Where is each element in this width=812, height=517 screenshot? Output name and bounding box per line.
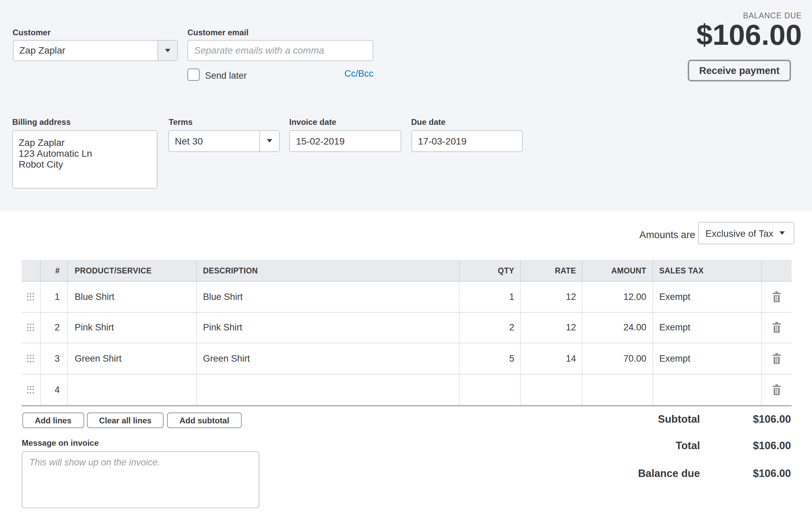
customer-dropdown-button[interactable] [157, 40, 177, 60]
header-product: PRODUCT/SERVICE [68, 260, 197, 281]
sales-tax-cell[interactable]: Exempt [653, 282, 761, 312]
drag-handle-icon[interactable] [21, 312, 40, 343]
qty-cell[interactable]: 2 [460, 312, 520, 343]
rate-cell[interactable]: 12 [520, 282, 582, 312]
delete-row-button[interactable] [761, 343, 791, 374]
table-row[interactable]: 4 [21, 374, 791, 405]
invoice-date-label: Invoice date [289, 117, 336, 127]
delete-row-button[interactable] [761, 312, 791, 343]
receive-payment-button[interactable]: Receive payment [688, 60, 791, 81]
send-later-label: Send later [205, 71, 247, 81]
drag-handle-icon[interactable] [21, 374, 40, 405]
message-on-invoice-textarea[interactable]: This will show up on the invoice. [22, 451, 259, 508]
balance-due-row-label: Balance due [638, 467, 700, 480]
delete-row-button[interactable] [761, 282, 791, 312]
row-number: 3 [40, 343, 68, 374]
amount-cell[interactable]: 24.00 [582, 312, 653, 343]
qty-cell[interactable] [460, 374, 520, 405]
terms-value: Net 30 [169, 135, 203, 146]
amount-cell[interactable] [582, 374, 653, 405]
description-cell[interactable] [197, 374, 460, 405]
trash-icon [772, 384, 781, 396]
row-number: 4 [40, 374, 68, 405]
qty-cell[interactable]: 5 [460, 343, 520, 374]
header-rate: RATE [520, 260, 582, 281]
billing-address-label: Billing address [12, 117, 71, 127]
trash-icon [772, 291, 781, 303]
header-num: # [40, 260, 68, 281]
customer-label: Customer [13, 28, 51, 37]
description-cell[interactable]: Blue Shirt [197, 282, 460, 312]
total-value: $106.00 [753, 440, 791, 452]
subtotal-label: Subtotal [658, 413, 700, 425]
billing-address-textarea[interactable]: Zap Zaplar 123 Automatic Ln Robot City [12, 130, 157, 188]
customer-email-placeholder: Separate emails with a comma [188, 45, 324, 56]
delete-row-button[interactable] [761, 374, 791, 405]
total-label: Total [676, 440, 700, 452]
add-lines-button[interactable]: Add lines [22, 413, 84, 428]
amount-cell[interactable]: 12.00 [582, 282, 653, 312]
rate-cell[interactable]: 12 [520, 312, 582, 343]
rate-cell[interactable] [520, 374, 582, 405]
product-cell[interactable]: Pink Shirt [68, 312, 197, 343]
header-trash-cell [761, 260, 791, 281]
clear-all-lines-button[interactable]: Clear all lines [87, 413, 164, 428]
drag-handle-icon[interactable] [21, 282, 40, 312]
message-on-invoice-label: Message on invoice [22, 438, 99, 448]
send-later-checkbox[interactable] [187, 69, 200, 81]
table-row[interactable]: 2 Pink Shirt Pink Shirt 2 12 24.00 Exemp… [21, 312, 791, 343]
description-cell[interactable]: Pink Shirt [197, 312, 460, 343]
invoice-date-value: 15-02-2019 [290, 135, 345, 146]
header-sales-tax: SALES TAX [653, 260, 761, 281]
rate-cell[interactable]: 14 [520, 343, 582, 374]
header-handle-cell [21, 260, 40, 281]
message-placeholder: This will show up on the invoice. [29, 457, 160, 467]
customer-dropdown[interactable]: Zap Zaplar [13, 40, 178, 61]
chevron-down-icon [267, 139, 272, 142]
balance-due-amount: $106.00 [696, 20, 802, 50]
trash-icon [772, 322, 781, 333]
drag-handle-icon[interactable] [21, 343, 40, 374]
amounts-are-dropdown[interactable]: Exclusive of Tax [698, 222, 794, 244]
due-date-value: 17-03-2019 [412, 135, 466, 146]
table-row[interactable]: 1 Blue Shirt Blue Shirt 1 12 12.00 Exemp… [21, 282, 791, 312]
terms-dropdown-button[interactable] [259, 131, 279, 151]
sales-tax-cell[interactable]: Exempt [653, 312, 761, 343]
product-cell[interactable]: Green Shirt [68, 343, 197, 374]
sales-tax-cell[interactable] [653, 374, 761, 405]
invoice-date-input[interactable]: 15-02-2019 [289, 130, 401, 152]
trash-icon [772, 353, 781, 364]
terms-dropdown[interactable]: Net 30 [168, 130, 279, 152]
sales-tax-cell[interactable]: Exempt [653, 343, 761, 374]
customer-value: Zap Zaplar [13, 45, 65, 56]
amounts-are-label: Amounts are [640, 229, 695, 240]
amount-cell[interactable]: 70.00 [582, 343, 653, 374]
table-row[interactable]: 3 Green Shirt Green Shirt 5 14 70.00 Exe… [21, 343, 791, 374]
subtotal-value: $106.00 [753, 413, 791, 425]
table-header-row: # PRODUCT/SERVICE DESCRIPTION QTY RATE A… [21, 260, 791, 282]
customer-email-input[interactable]: Separate emails with a comma [187, 40, 373, 61]
row-number: 2 [40, 312, 68, 343]
product-cell[interactable] [68, 374, 197, 405]
balance-due-row-value: $106.00 [753, 467, 791, 480]
description-cell[interactable]: Green Shirt [197, 343, 460, 374]
billing-address-value: Zap Zaplar 123 Automatic Ln Robot City [13, 137, 92, 169]
line-items-table: # PRODUCT/SERVICE DESCRIPTION QTY RATE A… [21, 260, 791, 406]
add-subtotal-button[interactable]: Add subtotal [167, 413, 242, 428]
invoice-form: Customer Zap Zaplar Customer email Separ… [0, 0, 812, 517]
cc-bcc-link[interactable]: Cc/Bcc [344, 69, 373, 79]
due-date-label: Due date [411, 117, 445, 127]
row-number: 1 [40, 282, 68, 312]
qty-cell[interactable]: 1 [460, 282, 520, 312]
terms-label: Terms [169, 117, 192, 127]
header-amount: AMOUNT [582, 260, 653, 281]
customer-email-label: Customer email [187, 28, 248, 37]
chevron-down-icon [779, 231, 785, 235]
header-description: DESCRIPTION [197, 260, 460, 281]
amounts-are-value: Exclusive of Tax [699, 228, 779, 238]
due-date-input[interactable]: 17-03-2019 [411, 130, 523, 152]
header-qty: QTY [460, 260, 520, 281]
product-cell[interactable]: Blue Shirt [68, 282, 197, 312]
chevron-down-icon [165, 49, 170, 52]
